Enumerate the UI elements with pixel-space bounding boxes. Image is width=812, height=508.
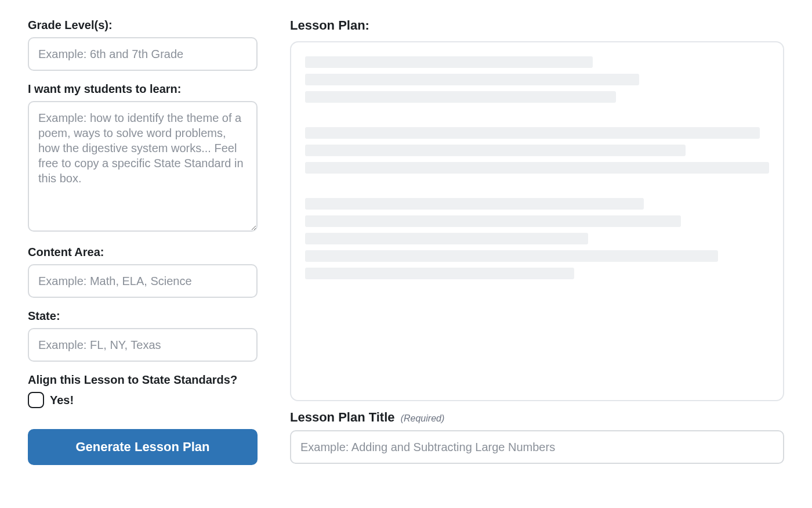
skeleton-paragraph bbox=[305, 198, 769, 279]
skeleton-line bbox=[305, 127, 760, 139]
lesson-plan-title-label: Lesson Plan Title bbox=[290, 410, 395, 424]
align-standards-checkbox-label: Yes! bbox=[50, 394, 74, 407]
skeleton-paragraph bbox=[305, 56, 769, 103]
grade-level-input[interactable] bbox=[28, 37, 258, 71]
learn-label: I want my students to learn: bbox=[28, 81, 258, 96]
state-input[interactable] bbox=[28, 328, 258, 362]
lesson-plan-form: Grade Level(s): I want my students to le… bbox=[0, 0, 812, 498]
state-field: State: bbox=[28, 308, 258, 362]
grade-level-field: Grade Level(s): bbox=[28, 17, 258, 71]
skeleton-line bbox=[305, 56, 593, 68]
skeleton-line bbox=[305, 145, 686, 156]
skeleton-line bbox=[305, 233, 588, 244]
grade-level-label: Grade Level(s): bbox=[28, 17, 258, 33]
skeleton-line bbox=[305, 198, 644, 210]
skeleton-line bbox=[305, 250, 718, 262]
align-standards-field: Align this Lesson to State Standards? Ye… bbox=[28, 372, 258, 408]
content-area-input[interactable] bbox=[28, 264, 258, 298]
skeleton-line bbox=[305, 215, 681, 227]
content-area-label: Content Area: bbox=[28, 244, 258, 260]
form-inputs-column: Grade Level(s): I want my students to le… bbox=[28, 17, 258, 465]
skeleton-paragraph bbox=[305, 127, 769, 174]
lesson-plan-output-column: Lesson Plan: Lesson Plan Title (Required… bbox=[290, 17, 784, 474]
lesson-plan-output-label: Lesson Plan: bbox=[290, 17, 784, 34]
skeleton-line bbox=[305, 74, 639, 85]
align-standards-checkbox-row: Yes! bbox=[28, 392, 258, 408]
lesson-plan-output-panel bbox=[290, 41, 784, 401]
align-standards-label: Align this Lesson to State Standards? bbox=[28, 372, 258, 387]
skeleton-line bbox=[305, 91, 616, 103]
lesson-plan-title-required-note: (Required) bbox=[401, 413, 445, 423]
learn-textarea[interactable] bbox=[28, 101, 258, 232]
learn-field: I want my students to learn: bbox=[28, 81, 258, 234]
skeleton-line bbox=[305, 268, 574, 279]
generate-lesson-plan-button[interactable]: Generate Lesson Plan bbox=[28, 429, 258, 465]
lesson-plan-title-field: Lesson Plan Title (Required) bbox=[290, 409, 784, 464]
align-standards-checkbox[interactable] bbox=[28, 392, 44, 408]
state-label: State: bbox=[28, 308, 258, 323]
content-area-field: Content Area: bbox=[28, 244, 258, 298]
skeleton-line bbox=[305, 162, 769, 174]
lesson-plan-title-input[interactable] bbox=[290, 430, 784, 464]
lesson-plan-title-label-wrapper: Lesson Plan Title (Required) bbox=[290, 409, 784, 426]
